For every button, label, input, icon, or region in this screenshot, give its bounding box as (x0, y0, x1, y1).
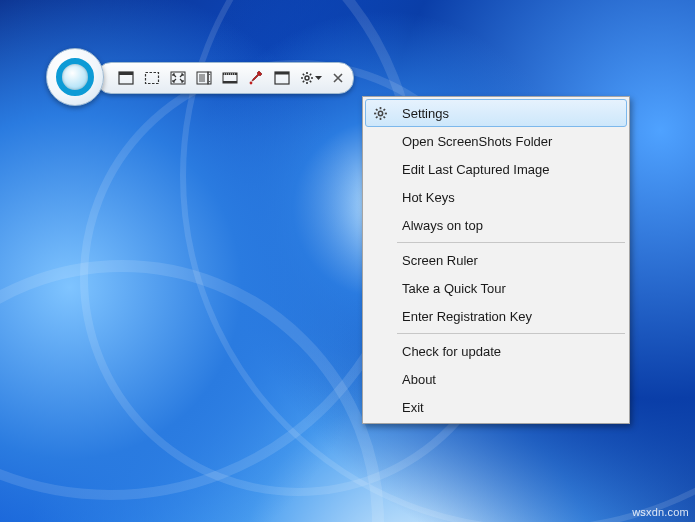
menu-separator (397, 242, 625, 243)
svg-line-33 (383, 116, 385, 118)
menu-item-label: Edit Last Captured Image (402, 162, 549, 177)
svg-rect-1 (119, 72, 133, 75)
svg-line-25 (303, 81, 304, 82)
color-picker-icon[interactable] (245, 67, 267, 89)
capture-orb-icon (56, 58, 94, 96)
capture-window-icon[interactable] (115, 67, 137, 89)
capture-region-icon[interactable] (141, 67, 163, 89)
svg-line-24 (310, 81, 311, 82)
menu-item-label: Settings (402, 106, 449, 121)
settings-dropdown-menu: Settings Open ScreenShots Folder Edit La… (362, 96, 630, 424)
menu-item-label: Enter Registration Key (402, 309, 532, 324)
svg-rect-14 (234, 74, 235, 75)
svg-rect-4 (197, 72, 208, 84)
svg-rect-5 (208, 72, 211, 84)
menu-item-take-a-quick-tour[interactable]: Take a Quick Tour (365, 274, 627, 302)
capture-toolbar (96, 62, 354, 94)
menu-item-always-on-top[interactable]: Always on top (365, 211, 627, 239)
menu-item-hot-keys[interactable]: Hot Keys (365, 183, 627, 211)
svg-rect-17 (275, 72, 289, 75)
svg-rect-10 (226, 74, 227, 75)
menu-item-label: Take a Quick Tour (402, 281, 506, 296)
menu-separator (397, 333, 625, 334)
menu-item-settings[interactable]: Settings (365, 99, 627, 127)
menu-item-screen-ruler[interactable]: Screen Ruler (365, 246, 627, 274)
svg-line-35 (383, 109, 385, 111)
capture-orb-button[interactable] (46, 48, 104, 106)
chevron-down-icon (315, 76, 322, 81)
record-video-icon[interactable] (219, 67, 241, 89)
svg-rect-9 (224, 74, 225, 75)
svg-line-26 (310, 74, 311, 75)
svg-rect-11 (228, 74, 229, 75)
menu-item-label: Exit (402, 400, 424, 415)
svg-rect-2 (146, 73, 159, 84)
menu-item-about[interactable]: About (365, 365, 627, 393)
menu-item-edit-last-captured-image[interactable]: Edit Last Captured Image (365, 155, 627, 183)
capture-fullscreen-icon[interactable] (167, 67, 189, 89)
gear-icon (371, 104, 389, 122)
open-folder-icon[interactable] (271, 67, 293, 89)
menu-item-exit[interactable]: Exit (365, 393, 627, 421)
menu-item-label: Screen Ruler (402, 253, 478, 268)
svg-line-23 (303, 74, 304, 75)
close-icon (333, 73, 343, 83)
settings-gear-icon[interactable] (297, 67, 325, 89)
svg-point-18 (305, 76, 309, 80)
menu-item-check-for-update[interactable]: Check for update (365, 337, 627, 365)
menu-item-open-screenshots-folder[interactable]: Open ScreenShots Folder (365, 127, 627, 155)
close-button[interactable] (329, 70, 347, 86)
svg-rect-12 (230, 74, 231, 75)
svg-line-34 (376, 116, 378, 118)
menu-item-label: Always on top (402, 218, 483, 233)
svg-line-32 (376, 109, 378, 111)
menu-item-label: Hot Keys (402, 190, 455, 205)
svg-point-27 (378, 111, 382, 115)
menu-item-label: Check for update (402, 344, 501, 359)
svg-rect-8 (223, 81, 237, 83)
menu-item-label: Open ScreenShots Folder (402, 134, 552, 149)
menu-item-label: About (402, 372, 436, 387)
svg-point-15 (250, 82, 253, 85)
svg-rect-13 (232, 74, 233, 75)
capture-scrolling-icon[interactable] (193, 67, 215, 89)
watermark-text: wsxdn.com (632, 506, 689, 518)
menu-item-enter-registration-key[interactable]: Enter Registration Key (365, 302, 627, 330)
